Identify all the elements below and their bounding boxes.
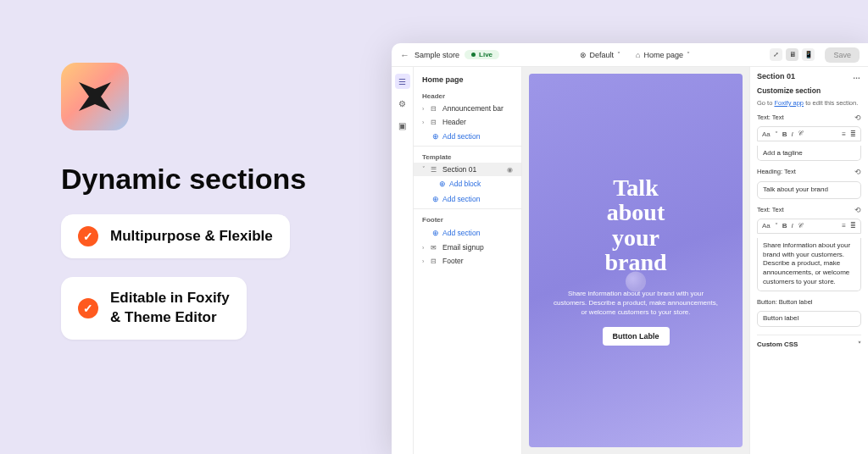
more-icon[interactable]: … xyxy=(853,72,861,80)
reset-icon[interactable]: ⟲ xyxy=(854,114,861,122)
field-label-text2: Text: Text⟲ xyxy=(757,206,861,214)
field-label-button: Button: Button label xyxy=(757,298,861,306)
live-badge: Live xyxy=(465,50,499,59)
body-text-input[interactable]: Share information about your brand with … xyxy=(757,238,861,291)
globe-icon: ⊗ xyxy=(580,51,587,59)
heading-input[interactable]: Talk about your brand xyxy=(757,181,861,199)
hero-description: Share information about your brand with … xyxy=(551,289,721,318)
custom-css-accordion[interactable]: Custom CSS˅ xyxy=(757,335,861,348)
chevron-down-icon: ˅ xyxy=(687,51,690,58)
add-section-link[interactable]: ⊕Add section xyxy=(414,191,521,207)
feature-card: Multipurpose & Flexible xyxy=(61,214,290,258)
home-icon: ⌂ xyxy=(636,51,640,59)
preview-stage: Talk about your brand Share information … xyxy=(529,74,743,447)
field-label-heading: Heading: Text⟲ xyxy=(757,168,861,176)
format-toolbar[interactable]: Aa˅ B I 𝒞 ≡ ≣ xyxy=(757,126,861,141)
check-circle-icon xyxy=(78,226,98,246)
apps-rail-icon[interactable]: ▣ xyxy=(395,118,410,133)
save-button[interactable]: Save xyxy=(825,47,860,63)
chevron-down-icon: ˅ xyxy=(617,51,620,58)
feature-card: Editable in Foxify & Theme Editor xyxy=(61,277,247,340)
back-icon[interactable]: ← xyxy=(400,50,409,60)
add-section-link[interactable]: ⊕Add section xyxy=(414,129,521,144)
page-dropdown[interactable]: ⌂ Home page ˅ xyxy=(636,51,690,59)
tree-row-footer[interactable]: ›⊟Footer xyxy=(414,254,521,268)
reset-icon[interactable]: ⟲ xyxy=(854,206,861,214)
tree-row-header[interactable]: ›⊟Header xyxy=(414,115,521,129)
device-switcher: ⤢ 🖥 📱 Save xyxy=(770,47,860,63)
app-header: ← Sample store Live ⊗ Default ˅ ⌂ Home p… xyxy=(392,43,868,67)
fox-icon xyxy=(75,77,114,116)
tagline-input[interactable]: Add a tagline xyxy=(757,146,861,161)
inspector-title: Section 01… xyxy=(757,72,861,80)
feature-text: Multipurpose & Flexible xyxy=(110,227,273,246)
app-window: ← Sample store Live ⊗ Default ˅ ⌂ Home p… xyxy=(392,43,868,454)
foxify-logo xyxy=(61,63,129,130)
mobile-icon[interactable]: 📱 xyxy=(802,48,815,61)
inspector-panel: Section 01… Customize section Go to Foxi… xyxy=(749,67,868,454)
reset-icon[interactable]: ⟲ xyxy=(854,168,861,176)
visibility-icon: ◉ xyxy=(507,166,513,174)
tree-row-section01[interactable]: ˅☰Section 01◉ xyxy=(414,163,521,176)
tree-title: Home page xyxy=(414,72,521,87)
tree-group-header: Header xyxy=(414,87,521,102)
add-section-link[interactable]: ⊕Add section xyxy=(414,225,521,241)
field-label-text: Text: Text⟲ xyxy=(757,114,861,122)
fullscreen-icon[interactable]: ⤢ xyxy=(770,48,782,61)
settings-rail-icon[interactable]: ⚙ xyxy=(395,96,410,111)
format-toolbar[interactable]: Aa˅ B I 𝒞 ≡ ≣ xyxy=(757,219,861,234)
add-block-link[interactable]: ⊕Add block xyxy=(414,176,521,191)
canvas: Talk about your brand Share information … xyxy=(522,67,749,454)
check-circle-icon xyxy=(78,298,98,318)
desktop-icon[interactable]: 🖥 xyxy=(786,48,798,61)
customize-note: Go to Foxify app to edit this section. xyxy=(757,99,861,107)
tree-group-footer: Footer xyxy=(414,211,521,225)
tree-row-announcement[interactable]: ›⊟Announcement bar xyxy=(414,102,521,115)
foxify-link[interactable]: Foxify app xyxy=(774,99,804,107)
page-title: Dynamic sections xyxy=(61,163,349,196)
language-dropdown[interactable]: ⊗ Default ˅ xyxy=(580,51,621,59)
tree-row-email-signup[interactable]: ›✉Email signup xyxy=(414,241,521,254)
nav-rail: ☰ ⚙ ▣ xyxy=(392,67,414,454)
hero-heading: Talk about your brand xyxy=(604,175,666,275)
hero-button[interactable]: Button Lable xyxy=(603,327,670,346)
feature-text: Editable in Foxify & Theme Editor xyxy=(110,289,230,328)
section-tree: Home page Header ›⊟Announcement bar ›⊟He… xyxy=(414,67,522,454)
tree-group-template: Template xyxy=(414,148,521,163)
store-name: Sample store xyxy=(415,51,459,59)
customize-heading: Customize section xyxy=(757,86,861,95)
button-label-input[interactable]: Button label xyxy=(757,311,861,327)
sections-rail-icon[interactable]: ☰ xyxy=(395,74,410,89)
